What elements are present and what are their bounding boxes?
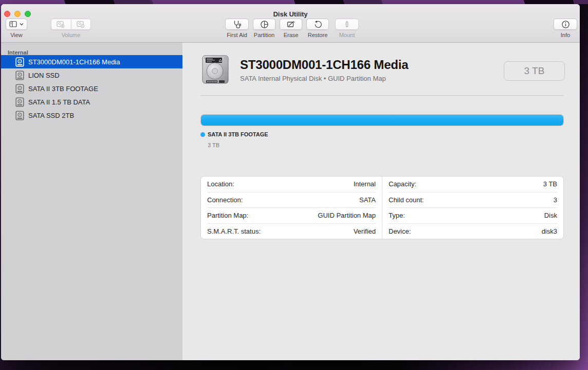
detail-value: 3 TB	[543, 180, 557, 188]
detail-label: Connection:	[207, 196, 243, 204]
detail-value: Disk	[544, 212, 557, 219]
sidebar-device-list: ST3000DM001-1CH166 Media LION SSD SATA I…	[1, 55, 182, 122]
detail-value: 3	[554, 196, 557, 204]
remove-volume-button[interactable]	[71, 19, 91, 30]
detail-row-smart-status: S.M.A.R.T. status: Verified	[207, 224, 376, 239]
detail-row-connection: Connection: SATA	[207, 192, 376, 208]
info-button[interactable]	[554, 19, 577, 30]
detail-row-location: Location: Internal	[207, 177, 376, 192]
erase-button[interactable]	[280, 19, 302, 30]
partition-pie-icon	[260, 20, 269, 29]
info-tool: Info	[550, 19, 581, 38]
volume-plus-icon	[57, 21, 65, 28]
stethoscope-icon	[232, 20, 242, 29]
first-aid-button[interactable]	[225, 19, 249, 30]
detail-label: Partition Map:	[207, 212, 248, 219]
view-button[interactable]	[6, 19, 27, 30]
disk-subtitle: SATA Internal Physical Disk • GUID Parti…	[240, 75, 408, 82]
mount-label: Mount	[331, 32, 363, 38]
sidebar-item-label: LION SSD	[28, 72, 60, 79]
detail-value: disk3	[542, 227, 557, 235]
erase-label: Erase	[275, 32, 306, 38]
info-label: Info	[550, 32, 581, 38]
info-circle-icon	[561, 20, 570, 29]
drive-icon	[15, 97, 24, 107]
legend-color-dot	[200, 132, 205, 137]
sidebar-item-label: SATA II 1.5 TB DATA	[28, 98, 90, 106]
restore-tool: Restore	[302, 19, 333, 38]
sidebar-item-lion-ssd[interactable]: LION SSD	[1, 68, 182, 82]
drive-icon	[15, 71, 24, 80]
first-aid-label: First Aid	[222, 32, 252, 38]
detail-row-child-count: Child count: 3	[389, 192, 557, 208]
volume-label: Volume	[51, 32, 91, 38]
sidebar-item-sata-1-5tb-data[interactable]: SATA II 1.5 TB DATA	[1, 95, 182, 109]
chevron-down-icon	[20, 23, 24, 26]
restore-button[interactable]	[306, 19, 329, 30]
mount-eject-icon	[343, 20, 351, 28]
sidebar-item-sata-3tb-footage[interactable]: SATA II 3TB FOOTAGE	[1, 82, 182, 95]
drive-icon	[15, 57, 24, 67]
mount-tool: Mount	[331, 19, 363, 38]
sidebar-item-label: SATA SSD 2TB	[28, 112, 74, 119]
desktop-wallpaper	[0, 0, 588, 4]
capacity-usage-bar	[200, 114, 564, 126]
capacity-badge: 3 TB	[504, 61, 565, 81]
detail-label: Device:	[389, 227, 411, 235]
mount-button[interactable]	[335, 19, 359, 30]
detail-value: SATA	[359, 196, 376, 204]
titlebar-toolbar: Disk Utility View	[1, 4, 580, 43]
sidebar-layout-icon	[9, 21, 17, 28]
detail-label: Capacity:	[389, 180, 416, 188]
view-label: View	[2, 32, 31, 38]
sidebar-item-label: SATA II 3TB FOOTAGE	[28, 85, 98, 93]
detail-label: Child count:	[389, 196, 424, 204]
sidebar-item-sata-ssd-2tb[interactable]: SATA SSD 2TB	[1, 109, 182, 122]
detail-row-capacity: Capacity: 3 TB	[389, 177, 557, 192]
drive-icon	[15, 111, 24, 120]
restore-label: Restore	[302, 32, 333, 38]
drive-icon	[15, 84, 24, 94]
erase-tool: Erase	[275, 19, 306, 38]
header-divider	[200, 95, 564, 96]
first-aid-tool: First Aid	[222, 19, 252, 38]
details-right-column: Capacity: 3 TB Child count: 3 Type: Disk…	[382, 177, 563, 239]
undo-arrow-icon	[314, 20, 322, 29]
detail-label: Type:	[389, 212, 405, 219]
volume-tool: Volume	[51, 19, 91, 38]
details-left-column: Location: Internal Connection: SATA Part…	[201, 177, 382, 239]
internal-hdd-icon	[202, 55, 229, 85]
usage-segment-sata-3tb-footage	[201, 115, 563, 126]
main-panel: ST3000DM001-1CH166 Media SATA Internal P…	[182, 43, 580, 360]
window-title: Disk Utility	[1, 10, 580, 18]
detail-label: Location:	[207, 180, 234, 188]
legend-volume-name: SATA II 3TB FOOTAGE	[208, 131, 268, 137]
legend-volume-size: 3 TB	[208, 142, 219, 148]
view-tool: View	[2, 19, 31, 38]
partition-tool: Partition	[249, 19, 280, 38]
disk-title: ST3000DM001-1CH166 Media	[240, 58, 408, 72]
detail-value: Internal	[354, 180, 376, 188]
disk-utility-window: Disk Utility View	[1, 4, 580, 360]
add-volume-button[interactable]	[51, 19, 71, 30]
disk-details-card: Location: Internal Connection: SATA Part…	[200, 176, 564, 239]
detail-label: S.M.A.R.T. status:	[207, 227, 261, 235]
detail-row-device: Device: disk3	[389, 224, 557, 239]
detail-row-partition-map: Partition Map: GUID Partition Map	[207, 208, 376, 224]
volume-minus-icon	[77, 21, 85, 28]
sidebar: Internal ST3000DM001-1CH166 Media LION S…	[1, 43, 182, 360]
sidebar-item-label: ST3000DM001-1CH166 Media	[28, 58, 120, 66]
detail-row-type: Type: Disk	[389, 208, 557, 224]
partition-button[interactable]	[253, 19, 275, 30]
detail-value: GUID Partition Map	[318, 212, 376, 219]
sidebar-item-st3000dm001[interactable]: ST3000DM001-1CH166 Media	[1, 55, 182, 68]
partition-label: Partition	[249, 32, 280, 38]
detail-value: Verified	[354, 227, 376, 235]
eraser-icon	[286, 20, 296, 28]
